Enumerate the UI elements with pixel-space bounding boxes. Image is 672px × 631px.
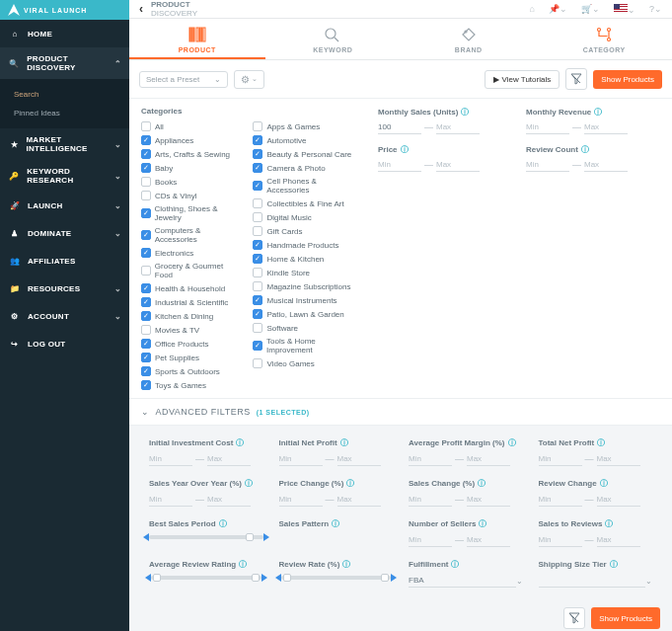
info-icon[interactable]: ⓘ xyxy=(346,478,354,489)
category-collectibles-fine-art[interactable]: Collectibles & Fine Art xyxy=(253,198,358,208)
category-cds-vinyl[interactable]: CDs & Vinyl xyxy=(141,191,241,200)
nav-log-out[interactable]: ↪LOG OUT xyxy=(0,330,129,357)
category-apps-games[interactable]: Apps & Games xyxy=(253,121,358,131)
info-icon[interactable]: ⓘ xyxy=(581,144,589,155)
show-products-button[interactable]: Show Products xyxy=(593,70,662,89)
info-icon[interactable]: ⓘ xyxy=(239,559,247,570)
nav-product-discovery[interactable]: 🔍PRODUCT DISCOVERY⌃ xyxy=(0,47,129,79)
info-icon[interactable]: ⓘ xyxy=(340,437,348,448)
price-min[interactable] xyxy=(378,158,421,172)
info-icon[interactable]: ⓘ xyxy=(508,437,516,448)
preset-settings-button[interactable]: ⚙⌄ xyxy=(234,70,264,89)
reviewCount-max[interactable] xyxy=(584,158,628,172)
adv-select[interactable] xyxy=(409,574,516,588)
clear-filters-button-2[interactable] xyxy=(563,607,585,629)
category-camera-photo[interactable]: ✓Camera & Photo xyxy=(253,163,358,173)
category-industrial-scientific[interactable]: ✓Industrial & Scientific xyxy=(141,297,241,307)
category-sports-outdoors[interactable]: ✓Sports & Outdoors xyxy=(141,366,241,376)
adv-min[interactable] xyxy=(539,452,582,466)
tab-brand[interactable]: BRAND xyxy=(401,19,537,59)
category-clothing-shoes-jewelry[interactable]: ✓Clothing, Shoes & Jewelry xyxy=(141,204,241,222)
adv-max[interactable] xyxy=(337,452,381,466)
adv-max[interactable] xyxy=(467,493,510,507)
category-arts-crafts-sewing[interactable]: ✓Arts, Crafts & Sewing xyxy=(141,149,241,159)
adv-min[interactable] xyxy=(539,533,582,547)
info-icon[interactable]: ⓘ xyxy=(219,518,227,529)
category-tools-home-improvement[interactable]: ✓Tools & Home Improvement xyxy=(253,337,358,355)
category-books[interactable]: Books xyxy=(141,177,241,187)
monthlyRevenue-max[interactable] xyxy=(584,120,628,134)
info-icon[interactable]: ⓘ xyxy=(236,437,244,448)
tab-keyword[interactable]: KEYWORD xyxy=(265,19,402,59)
preset-select[interactable]: Select a Preset⌄ xyxy=(139,71,228,88)
category-toys-games[interactable]: ✓Toys & Games xyxy=(141,380,241,390)
adv-max[interactable] xyxy=(207,493,251,507)
info-icon[interactable]: ⓘ xyxy=(342,559,350,570)
adv-max[interactable] xyxy=(597,493,640,507)
monthlySalesUnits-min[interactable] xyxy=(378,120,421,134)
info-icon[interactable]: ⓘ xyxy=(479,518,486,529)
nav-resources[interactable]: 📁RESOURCES⌄ xyxy=(0,275,129,302)
info-icon[interactable]: ⓘ xyxy=(600,478,608,489)
category-office-products[interactable]: ✓Office Products xyxy=(141,339,241,349)
adv-min[interactable] xyxy=(279,493,323,507)
category-video-games[interactable]: Video Games xyxy=(253,358,358,368)
category-all[interactable]: All xyxy=(141,121,241,131)
locale-flag[interactable]: ⌄ xyxy=(614,4,635,15)
adv-min[interactable] xyxy=(539,493,582,507)
adv-max[interactable] xyxy=(597,533,640,547)
nav-account[interactable]: ⚙ACCOUNT⌄ xyxy=(0,302,129,330)
category-software[interactable]: Software xyxy=(253,323,358,333)
category-pet-supplies[interactable]: ✓Pet Supplies xyxy=(141,353,241,362)
category-gift-cards[interactable]: Gift Cards xyxy=(253,226,358,236)
adv-max[interactable] xyxy=(337,493,381,507)
nav-keyword-research[interactable]: 🔑KEYWORD RESEARCH⌄ xyxy=(0,160,129,192)
back-icon[interactable]: ‹ xyxy=(139,2,143,16)
info-icon[interactable]: ⓘ xyxy=(401,144,409,155)
show-products-button-2[interactable]: Show Products xyxy=(591,607,660,629)
info-icon[interactable]: ⓘ xyxy=(332,518,339,529)
info-icon[interactable]: ⓘ xyxy=(597,437,605,448)
category-beauty-personal-care[interactable]: ✓Beauty & Personal Care xyxy=(253,149,358,159)
nav-dominate[interactable]: ♟DOMINATE⌄ xyxy=(0,219,129,247)
clear-filters-button[interactable] xyxy=(565,68,587,90)
reviewCount-min[interactable] xyxy=(526,158,569,172)
tab-product[interactable]: PRODUCT xyxy=(129,19,265,59)
nav-affiliates[interactable]: 👥AFFILIATES xyxy=(0,247,129,275)
category-digital-music[interactable]: Digital Music xyxy=(253,212,358,222)
adv-max[interactable] xyxy=(467,533,510,547)
category-kitchen-dining[interactable]: ✓Kitchen & Dining xyxy=(141,311,241,321)
home-icon[interactable]: ⌂ xyxy=(530,4,535,14)
category-automotive[interactable]: ✓Automotive xyxy=(253,135,358,145)
category-movies-tv[interactable]: Movies & TV xyxy=(141,325,241,335)
nav-market-intelligence[interactable]: ★MARKET INTELLIGENCE⌄ xyxy=(0,128,129,160)
category-patio-lawn-garden[interactable]: ✓Patio, Lawn & Garden xyxy=(253,309,358,319)
category-electronics[interactable]: ✓Electronics xyxy=(141,248,241,258)
category-cell-phones-accessories[interactable]: ✓Cell Phones & Accessories xyxy=(253,177,358,195)
adv-min[interactable] xyxy=(149,452,192,466)
category-kindle-store[interactable]: Kindle Store xyxy=(253,268,358,277)
adv-min[interactable] xyxy=(409,533,452,547)
info-icon[interactable]: ⓘ xyxy=(478,478,485,489)
category-health-household[interactable]: ✓Health & Household xyxy=(141,283,241,293)
subnav-pinned-ideas[interactable]: Pinned Ideas xyxy=(0,104,129,122)
category-computers-accessories[interactable]: ✓Computers & Accessories xyxy=(141,226,241,244)
adv-select[interactable] xyxy=(539,574,646,588)
adv-max[interactable] xyxy=(467,452,510,466)
adv-min[interactable] xyxy=(279,452,323,466)
cart-icon[interactable]: 🛒⌄ xyxy=(581,4,600,14)
adv-min[interactable] xyxy=(409,452,452,466)
category-handmade-products[interactable]: ✓Handmade Products xyxy=(253,240,358,250)
subnav-search[interactable]: Search xyxy=(0,85,129,104)
monthlySalesUnits-max[interactable] xyxy=(436,120,480,134)
help-icon[interactable]: ?⌄ xyxy=(649,4,662,14)
info-icon[interactable]: ⓘ xyxy=(451,559,459,570)
view-tutorials-button[interactable]: ▶ View Tutorials xyxy=(485,70,560,89)
nav-home[interactable]: ⌂HOME xyxy=(0,20,129,47)
category-magazine-subscriptions[interactable]: Magazine Subscriptions xyxy=(253,281,358,291)
advanced-filters-toggle[interactable]: ⌄ ADVANCED FILTERS (1 SELECTED) xyxy=(129,398,672,426)
slider[interactable] xyxy=(149,535,263,539)
info-icon[interactable]: ⓘ xyxy=(461,107,469,118)
monthlyRevenue-min[interactable] xyxy=(526,120,569,134)
price-max[interactable] xyxy=(436,158,480,172)
